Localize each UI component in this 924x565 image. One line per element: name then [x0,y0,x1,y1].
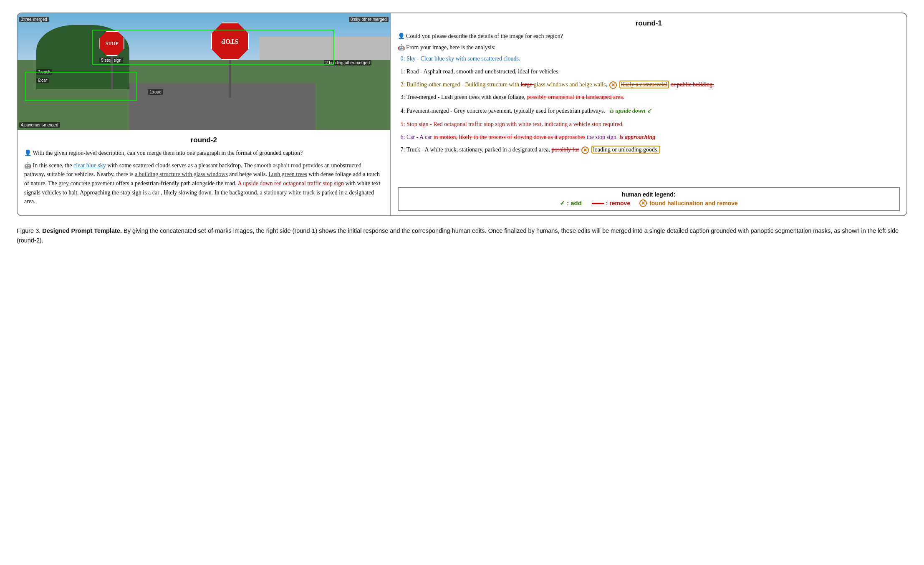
legend-remove-text: : remove [606,200,630,207]
ai-icon-r1: 🤖 [398,44,406,50]
img-label-pavement: 4:pavement-merged [19,122,60,128]
item-5: 5: Stop sign - Red octagonal traffic sto… [398,120,900,131]
round2-section: round-2 👤 With the given region-level de… [18,130,390,215]
item-0: 0: Sky - Clear blue sky with some scatte… [398,54,900,66]
legend-remove-label: : remove [590,200,630,207]
text-5: offers a pedestrian-friendly path alongs… [116,180,237,187]
item-3: 3: Tree-merged - Lush green trees with d… [398,93,900,104]
annotation-arrow: ↙ [647,107,652,114]
legend-circle-x: ✕ [639,199,647,207]
round1-user-question: 👤 Could you please describe the details … [398,32,900,41]
right-panel: round-1 👤 Could you please describe the … [391,13,906,215]
user-icon: 👤 [24,150,33,156]
ref-trees: Lush green trees [268,171,307,177]
item-7: 7: Truck - A white truck, stationary, pa… [398,145,900,156]
item-2: 2: Building-other-merged - Building stru… [398,80,900,91]
img-label-road: 1:road [148,89,163,95]
item-2-prefix: 2: Building-other-merged - Building stru… [401,81,521,88]
ref-building: a building structure with glass windows [135,171,228,177]
figure-caption: Figure 3. Designed Prompt Template. By g… [17,226,907,245]
annotation-approaching: is approaching [619,133,655,142]
item-2-circle-x: ✕ [609,81,617,89]
item-2-strike1: large [521,81,534,88]
item-5-text: 5: Stop sign - Red octagonal traffic sto… [401,121,624,127]
legend-box: human edit legend: ✓ : add : remove ✕ fo… [398,187,900,211]
item-7-prefix: 7: Truck - A white truck, stationary, pa… [401,146,552,153]
ref-road: smooth asphalt road [254,162,301,169]
item-7-strike: possibly for [551,146,579,153]
legend-title: human edit legend: [404,191,894,198]
round1-item-list: 0: Sky - Clear blue sky with some scatte… [398,54,900,183]
left-panel: 3:tree-merged 0:sky-other-merged 5:stop … [18,13,391,215]
item-6-suffix: the stop sign. [587,134,618,140]
ref-pavement: grey concrete pavement [58,180,114,187]
legend-red-line [592,203,604,204]
round1-title: round-1 [398,19,900,28]
ref-truck: a stationary white truck [260,189,315,196]
item-1-text: 1: Road - Asphalt road, smooth and unobs… [401,68,560,75]
region-box-stop [92,30,334,65]
item-2-strike2: or public building. [671,81,714,88]
item-4-text: 4: Pavement-merged - Grey concrete pavem… [401,108,605,114]
item-2-hallucination: likely a commercial [619,81,669,88]
item-7-circle-x: ✕ [581,146,589,154]
caption-body: By giving the concatenated set-of-marks … [17,227,899,244]
region-box-car [25,72,137,101]
text-1: with some scattered clouds serves as a p… [107,162,254,169]
text-3: and beige walls. [229,171,268,177]
round2-user-question: 👤 With the given region-level descriptio… [24,149,384,158]
ref-stop-sign: A upside down red octagonal traffic stop… [237,180,343,187]
annotation-upside-down: is upside down [610,108,645,114]
item-4: 4: Pavement-merged - Grey concrete pavem… [398,106,900,118]
img-label-sky: 0:sky-other-merged [349,17,389,22]
img-label-tree: 3:tree-merged [19,17,49,22]
ai-icon: 🤖 [24,162,33,169]
main-figure: 3:tree-merged 0:sky-other-merged 5:stop … [17,13,907,216]
scene-image: 3:tree-merged 0:sky-other-merged 5:stop … [18,13,390,130]
legend-hallucination-text: found hallucination and remove [649,200,738,207]
item-1: 1: Road - Asphalt road, smooth and unobs… [398,67,900,78]
round2-title: round-2 [24,136,384,144]
item-3-strike: possibly ornamental in a landscaped area… [527,94,624,100]
ref-sky: clear blue sky [73,162,106,169]
ai-intro: In this scene, the [33,162,74,169]
user-icon-r1: 👤 [398,33,406,39]
round2-ai-response: 🤖 In this scene, the clear blue sky with… [24,161,384,206]
legend-add: ✓ : add [560,199,582,207]
item-3-prefix: 3: Tree-merged - Lush green trees with d… [401,94,527,100]
item-2-mid: glass windows and beige walls, [534,81,609,88]
caption-bold: Designed Prompt Template. [42,227,122,234]
legend-hallucination: ✕ found hallucination and remove [639,199,738,207]
legend-row: ✓ : add : remove ✕ found hallucination a… [404,199,894,207]
caption-prefix: Figure 3. [17,227,40,234]
item-7-circle-text: loading or unloading goods. [591,146,660,154]
text-7: , likely slowing down. In the background… [161,189,260,196]
round1-ai-intro: 🤖 From your image, here is the analysis: [398,43,900,52]
ref-car: a car [148,189,159,196]
item-0-text: 0: Sky - Clear blue sky with some scatte… [401,55,520,62]
item-6-strike: in motion, likely in the process of slow… [434,134,586,140]
item-6: 6: Car - A car in motion, likely in the … [398,133,900,144]
item-6-prefix: 6: Car - A car [401,134,434,140]
